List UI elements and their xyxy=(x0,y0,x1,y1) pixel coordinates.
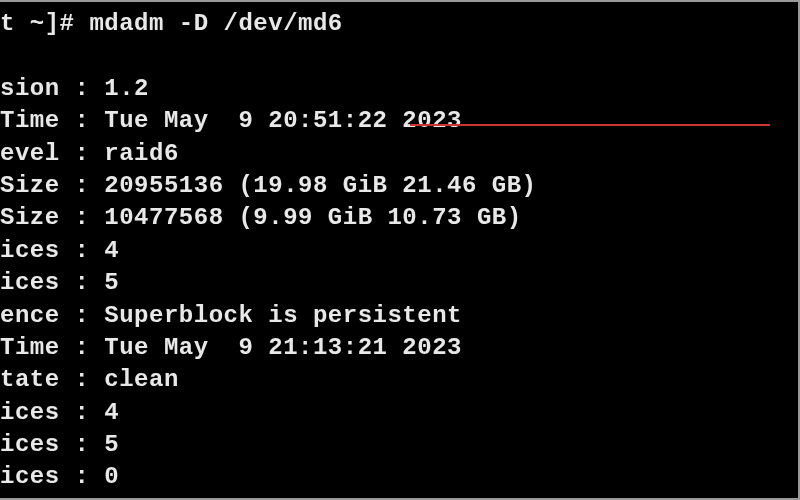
output-line: ence : Superblock is persistent xyxy=(0,300,798,332)
output-line: ices : 4 xyxy=(0,397,798,429)
output-line: ices : 5 xyxy=(0,429,798,461)
output-line: Size : 20955136 (19.98 GiB 21.46 GB) xyxy=(0,170,798,202)
output-line: ices : 0 xyxy=(0,461,798,493)
command-prompt-line[interactable]: t ~]# mdadm -D /dev/md6 xyxy=(0,8,798,40)
output-line: ices : 4 xyxy=(0,235,798,267)
blank-line xyxy=(0,40,798,72)
output-line: evel : raid6 xyxy=(0,138,798,170)
output-line: Size : 10477568 (9.99 GiB 10.73 GB) xyxy=(0,202,798,234)
output-line: sion : 1.2 xyxy=(0,73,798,105)
output-line: tate : clean xyxy=(0,364,798,396)
output-line: ices : 5 xyxy=(0,267,798,299)
output-line: ices : 1 xyxy=(0,494,798,500)
highlight-underline xyxy=(410,124,770,126)
output-line: Time : Tue May 9 20:51:22 2023 xyxy=(0,105,798,137)
output-line: Time : Tue May 9 21:13:21 2023 xyxy=(0,332,798,364)
